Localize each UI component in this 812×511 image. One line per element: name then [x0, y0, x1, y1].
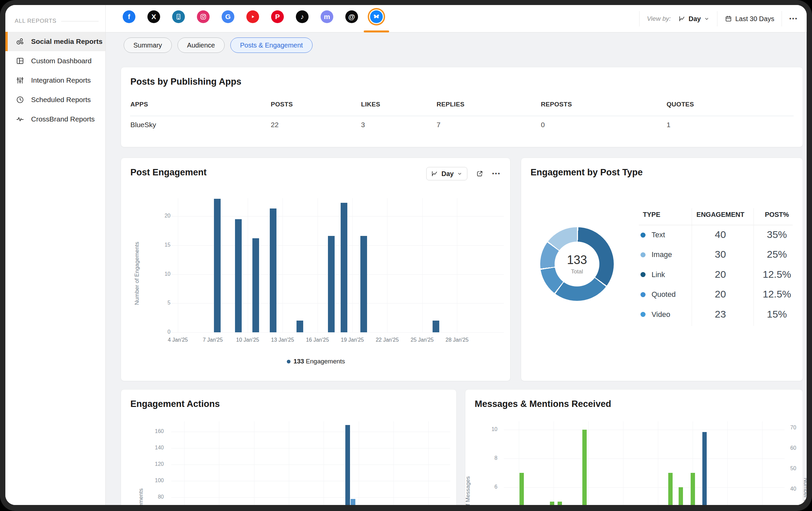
business-page-icon[interactable] — [172, 10, 185, 23]
divider — [639, 11, 639, 26]
bluesky-icon[interactable] — [370, 10, 383, 23]
gridline — [171, 481, 450, 481]
sidebar-item-label: Integration Reports — [31, 76, 91, 84]
chart-view-by-dropdown[interactable]: Day — [426, 167, 467, 180]
x-icon[interactable]: X — [147, 10, 160, 23]
y-axis-tick: 120 — [149, 461, 164, 467]
tiktok-icon[interactable]: ♪ — [296, 10, 309, 23]
google-my-business-icon[interactable]: G — [222, 10, 234, 23]
post-pct-value: 12.5% — [742, 289, 807, 300]
value-cell: 0 — [541, 121, 545, 129]
divider — [717, 11, 717, 26]
post-pct-value: 12.5% — [742, 269, 807, 280]
post-engagement-card: Post Engagement Day ••• 051015204 Jan'25… — [121, 158, 511, 381]
line-chart-icon — [678, 15, 686, 22]
engagement-actions-card: Engagement Actions 16014012010080Number … — [121, 389, 457, 505]
gridline — [171, 497, 450, 497]
mastodon-icon[interactable]: m — [321, 10, 333, 23]
type-label: Video — [651, 310, 670, 319]
y-axis-tick: 80 — [149, 494, 164, 500]
donut-total-label: Total — [571, 268, 583, 275]
column-header-postpct: POST% — [742, 211, 807, 218]
sidebar-header-label: ALL REPORTS — [15, 18, 57, 24]
report-tabs: SummaryAudiencePosts & Engagement — [124, 37, 313, 53]
video-legend-dot — [640, 312, 645, 317]
gridline — [387, 198, 387, 332]
gridline — [352, 198, 353, 332]
column-header-apps: APPS — [130, 101, 148, 108]
date-range-value: Last 30 Days — [735, 15, 774, 23]
pinterest-icon[interactable]: P — [271, 10, 284, 23]
card-more-button[interactable]: ••• — [492, 171, 501, 177]
gridline — [504, 487, 785, 488]
pulse-icon — [16, 115, 24, 124]
selected-indicator — [5, 32, 8, 51]
social-reports-icon — [16, 37, 24, 46]
gridline — [324, 421, 324, 505]
gridline — [394, 421, 394, 505]
column-header-replies: REPLIES — [437, 101, 464, 108]
type-label: Image — [651, 250, 672, 259]
engagement-bar — [328, 236, 335, 332]
messages-bar — [668, 473, 673, 505]
gridline — [171, 303, 504, 303]
sidebar-item-integration-reports[interactable]: Integration Reports — [5, 71, 105, 90]
post-pct-value: 15% — [742, 308, 807, 320]
tab-posts-engagement[interactable]: Posts & Engagement — [230, 37, 313, 53]
gridline — [658, 421, 658, 505]
post-pct-value: 25% — [742, 249, 807, 260]
sidebar-item-crossbrand-reports[interactable]: CrossBrand Reports — [5, 109, 105, 129]
gridline — [171, 245, 504, 246]
y-axis-tick: 0 — [156, 329, 171, 335]
post-type-donut-chart: 133 Total — [540, 227, 614, 301]
sliders-icon — [16, 76, 24, 85]
legend-label: 133 Engagements — [293, 358, 345, 365]
tab-summary[interactable]: Summary — [124, 37, 172, 53]
more-menu-button[interactable]: ••• — [789, 16, 798, 22]
gridline — [727, 421, 728, 505]
messages-mentions-card: Messages & Mentions Received 10867060504… — [465, 389, 803, 505]
youtube-icon[interactable] — [246, 10, 259, 23]
date-range-picker[interactable]: Last 30 Days — [725, 15, 774, 23]
engagement-bar — [270, 209, 277, 332]
legend-dot — [287, 360, 290, 364]
instagram-icon[interactable] — [197, 10, 210, 23]
sidebar-item-social-media-reports[interactable]: Social media Reports — [5, 32, 105, 51]
sidebar-item-label: Social media Reports — [31, 37, 103, 46]
threads-icon[interactable]: @ — [345, 10, 358, 23]
export-icon[interactable] — [476, 170, 483, 177]
right-axis-tick: 70 — [790, 425, 805, 431]
tab-audience[interactable]: Audience — [177, 37, 225, 53]
messages-bar — [520, 473, 524, 505]
x-axis-tick: 28 Jan'25 — [435, 337, 479, 343]
gridline — [588, 421, 589, 505]
card-title: Engagement Actions — [130, 399, 220, 409]
engagement-bar — [360, 236, 367, 332]
engagement-bar — [235, 219, 242, 332]
facebook-icon[interactable]: f — [123, 10, 135, 23]
gridline — [504, 458, 785, 459]
engagement-bar — [214, 199, 221, 332]
engagement-bar — [296, 321, 303, 332]
sidebar-item-custom-dashboard[interactable]: Custom Dashboard — [5, 51, 105, 71]
topbar: fXGP♪m@ View by: Day Last 30 Days ••• — [106, 5, 807, 32]
sidebar-item-scheduled-reports[interactable]: Scheduled Reports — [5, 90, 105, 109]
chart-controls: Day ••• — [426, 167, 501, 180]
y-axis-tick: 15 — [156, 242, 171, 248]
right-axis-tick: 60 — [790, 445, 805, 451]
line-chart-icon — [431, 170, 438, 177]
image-legend-dot — [640, 252, 645, 257]
gridline — [554, 421, 554, 505]
gridline — [219, 421, 219, 505]
view-by-dropdown[interactable]: Day — [678, 15, 710, 23]
card-title: Messages & Mentions Received — [475, 399, 611, 409]
gridline — [171, 464, 450, 465]
left-axis-tick: 6 — [483, 484, 497, 490]
donut-total-value: 133 — [567, 253, 587, 267]
quoted-legend-dot — [640, 292, 645, 297]
sidebar-header-rule — [61, 21, 98, 21]
table-header-divider — [639, 225, 793, 225]
clock-icon — [16, 96, 24, 104]
column-header-reposts: REPOSTS — [541, 101, 572, 108]
messages-bar — [691, 473, 695, 505]
